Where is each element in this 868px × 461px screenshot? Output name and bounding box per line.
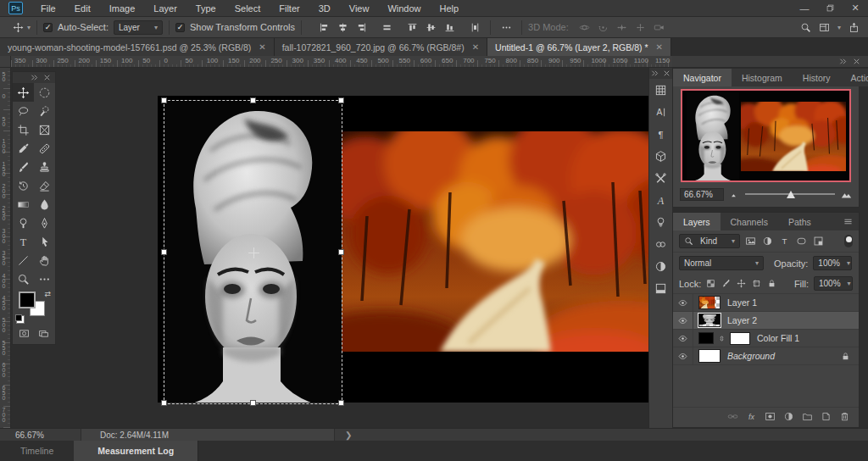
lock-position-button[interactable] — [737, 279, 746, 288]
layer-row-layer-2[interactable]: Layer 2 — [673, 312, 859, 330]
filter-pixel-layer-button[interactable] — [745, 236, 756, 247]
auto-select-dropdown[interactable]: Layer▾ — [114, 20, 163, 35]
panel-icon-adjustments[interactable] — [649, 255, 672, 277]
status-zoom-field[interactable]: 66.67% — [0, 430, 81, 440]
lock-artboard-button[interactable] — [752, 279, 761, 288]
align-top-button[interactable] — [403, 19, 421, 36]
blur-tool[interactable] — [34, 195, 55, 214]
menu-type[interactable]: Type — [186, 2, 225, 15]
navigator-tab-history[interactable]: History — [793, 69, 841, 86]
layer-mask-thumbnail[interactable] — [730, 332, 750, 345]
panel-icon-stock[interactable] — [649, 277, 672, 299]
layer-mask-button[interactable] — [765, 411, 776, 422]
close-icon[interactable] — [852, 57, 861, 66]
zoom-out-icon[interactable] — [730, 190, 739, 199]
menu-3d[interactable]: 3D — [309, 2, 340, 15]
path-select-tool[interactable] — [34, 232, 55, 251]
panel-icon-swatches[interactable] — [649, 79, 672, 101]
visibility-eye-icon[interactable] — [673, 312, 693, 329]
close-icon[interactable] — [662, 69, 671, 78]
panel-icon-glyphs[interactable]: A — [649, 189, 672, 211]
lock-transparency-button[interactable] — [706, 279, 715, 288]
align-bottom-button[interactable] — [440, 19, 459, 36]
layer-row-layer-1[interactable]: Layer 1 — [673, 294, 859, 312]
close-icon[interactable]: ✕ — [843, 0, 868, 17]
panel-menu-icon[interactable] — [843, 216, 854, 227]
layers-tab-paths[interactable]: Paths — [778, 213, 821, 230]
lock-all-button[interactable] — [767, 279, 776, 288]
layer-thumbnail[interactable] — [698, 349, 721, 363]
panel-icon-tool-presets[interactable] — [649, 167, 672, 189]
quick-mask-button[interactable] — [19, 328, 30, 339]
align-center-h-button[interactable] — [333, 19, 352, 36]
restore-icon[interactable] — [817, 0, 843, 17]
filter-shape-layer-button[interactable] — [796, 236, 807, 247]
layer-effects-button[interactable]: fx — [746, 411, 757, 422]
panel-icon-learn[interactable] — [649, 211, 672, 233]
menu-view[interactable]: View — [340, 2, 379, 15]
zoom-in-icon[interactable] — [841, 189, 852, 200]
blend-mode-dropdown[interactable]: Normal▾ — [679, 256, 764, 270]
panel-icon-paragraph[interactable]: ¶ — [649, 123, 672, 145]
dodge-tool[interactable] — [13, 214, 34, 232]
share-button[interactable] — [849, 22, 860, 33]
menu-image[interactable]: Image — [100, 2, 145, 15]
document-tab-1[interactable]: fall-1072821_960_720.jpg @ 66.7% (RGB/8#… — [275, 38, 487, 56]
panel-icon-character[interactable]: A — [649, 101, 672, 123]
distribute-h-button[interactable] — [465, 19, 484, 36]
healing-tool[interactable] — [34, 139, 55, 158]
tab-close-icon[interactable]: ✕ — [472, 42, 479, 52]
layers-tab-layers[interactable]: Layers — [673, 213, 721, 230]
slider-thumb[interactable] — [787, 191, 795, 198]
pen-tool[interactable] — [34, 214, 55, 232]
eraser-tool[interactable] — [34, 176, 55, 195]
tab-timeline[interactable]: Timeline — [0, 441, 74, 461]
layer-thumbnail[interactable] — [698, 314, 721, 327]
opacity-dropdown[interactable]: 100%▾ — [813, 256, 852, 270]
minimize-icon[interactable]: — — [792, 0, 817, 17]
navigator-zoom-field[interactable]: 66.67% — [680, 188, 724, 201]
zoom-tool[interactable] — [13, 269, 34, 288]
collapse-chevrons-icon[interactable] — [838, 57, 848, 66]
tab-close-icon[interactable]: ✕ — [259, 42, 265, 52]
menu-select[interactable]: Select — [225, 2, 270, 15]
layers-tab-channels[interactable]: Channels — [721, 213, 778, 230]
status-chevron[interactable]: ❯ — [335, 430, 352, 440]
move-tool[interactable] — [13, 83, 34, 102]
filter-type-layer-button[interactable]: T — [779, 236, 790, 247]
document-tab-2[interactable]: Untitled-1 @ 66.7% (Layer 2, RGB/8) *✕ — [487, 38, 671, 56]
navigator-proxy-preview[interactable] — [681, 89, 851, 182]
more-options-button[interactable] — [497, 19, 515, 36]
portrait-layer-image[interactable] — [164, 100, 342, 403]
menu-help[interactable]: Help — [431, 2, 469, 15]
hand-tool[interactable] — [34, 251, 55, 269]
eyedropper-tool[interactable] — [13, 139, 34, 158]
layer-row-color-fill-1[interactable]: Color Fill 1 — [673, 330, 859, 347]
collapse-chevrons-icon[interactable] — [650, 69, 659, 78]
foreground-color-swatch[interactable] — [19, 292, 36, 308]
navigator-zoom-slider[interactable] — [745, 188, 835, 200]
filter-kind-dropdown[interactable]: Kind ▾ — [679, 234, 740, 248]
new-layer-button[interactable] — [821, 411, 832, 422]
align-right-button[interactable] — [352, 19, 370, 36]
type-tool[interactable]: T — [13, 232, 34, 251]
filter-smart-object-button[interactable] — [813, 236, 824, 247]
marquee-tool[interactable] — [34, 83, 55, 102]
quick-select-tool[interactable] — [34, 102, 55, 120]
active-tool-move-icon[interactable] — [8, 19, 27, 36]
edit-toolbar-tool[interactable] — [34, 269, 55, 288]
workspace-button[interactable] — [819, 22, 830, 33]
panel-icon-3d-panel[interactable] — [649, 145, 672, 167]
link-layers-button[interactable] — [727, 411, 738, 422]
auto-select-checkbox[interactable]: ✓ — [43, 23, 53, 32]
equal-spacing-button[interactable] — [377, 19, 396, 36]
autumn-layer-image[interactable] — [342, 131, 670, 352]
navigator-tab-actions[interactable]: Actions — [840, 69, 868, 86]
lock-pixels-button[interactable] — [721, 279, 731, 288]
frame-tool[interactable] — [34, 120, 55, 139]
show-transform-checkbox[interactable]: ✓ — [175, 23, 185, 32]
default-colors-icon[interactable] — [16, 315, 25, 324]
search-button[interactable] — [800, 22, 811, 33]
lasso-tool[interactable] — [13, 102, 34, 120]
history-brush-tool[interactable] — [13, 176, 34, 195]
